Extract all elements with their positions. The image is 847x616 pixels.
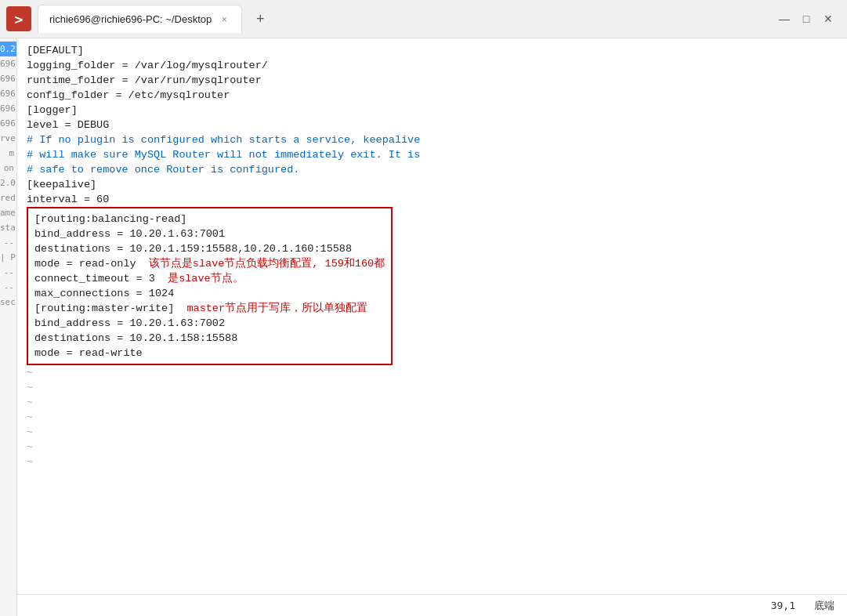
editor-line: # If no plugin is configured which start… xyxy=(27,132,838,147)
sidebar-line: 696 xyxy=(0,71,16,86)
window-controls: — □ ✕ xyxy=(778,13,841,25)
editor-line: max_connections = 1024 xyxy=(34,286,385,301)
sidebar-line: | P xyxy=(0,250,16,265)
sidebar-line: m xyxy=(0,146,16,161)
editor-line-tilde: ~ xyxy=(27,440,838,455)
editor-line: connect_timeout = 3 是slave节点。 xyxy=(34,271,385,286)
sidebar-line: -- xyxy=(0,280,16,295)
sidebar-line-highlight: 0.2 xyxy=(0,42,16,56)
tab-label: richie696@richie696-PC: ~/Desktop xyxy=(49,13,212,25)
sidebar-line: 2.0 xyxy=(0,176,16,190)
sidebar-line: 696 xyxy=(0,101,16,116)
sidebar-line: 696 xyxy=(0,86,16,101)
sidebar-line: 696 xyxy=(0,56,16,71)
editor-line: level = DEBUG xyxy=(27,118,838,132)
editor-mode: 底端 xyxy=(814,599,834,613)
sidebar-line: 696 xyxy=(0,116,16,131)
editor-content: [DEFAULT] logging_folder = /var/log/mysq… xyxy=(17,38,847,616)
editor-line: mode = read-write xyxy=(34,346,385,361)
editor-line-tilde: ~ xyxy=(27,425,838,440)
tab-close-button[interactable]: × xyxy=(218,13,230,26)
titlebar: richie696@richie696-PC: ~/Desktop × + — … xyxy=(0,0,847,38)
editor-line-tilde: ~ xyxy=(27,365,838,380)
editor-line: destinations = 10.20.1.158:15588 xyxy=(34,331,385,346)
statusbar: 39,1 底端 xyxy=(17,594,847,616)
editor-line: interval = 60 xyxy=(27,192,838,207)
app-logo xyxy=(6,6,31,31)
close-button[interactable]: ✕ xyxy=(822,13,834,25)
editor-line: destinations = 10.20.1.159:15588,10.20.1… xyxy=(34,241,385,256)
sidebar-line: -- xyxy=(0,265,16,280)
editor-line: # safe to remove once Router is configur… xyxy=(27,162,838,177)
active-tab[interactable]: richie696@richie696-PC: ~/Desktop × xyxy=(38,5,242,33)
editor-line-tilde: ~ xyxy=(27,395,838,410)
new-tab-button[interactable]: + xyxy=(248,7,272,31)
editor-line: [routing:balancing-read] xyxy=(34,212,385,226)
editor-text-area[interactable]: [DEFAULT] logging_folder = /var/log/mysq… xyxy=(17,38,847,594)
sidebar-line: sta xyxy=(0,220,16,235)
sidebar-line: rve xyxy=(0,131,16,146)
sidebar-line: -- xyxy=(0,235,16,250)
editor-line-tilde: ~ xyxy=(27,455,838,469)
editor-line: [logger] xyxy=(27,103,838,118)
maximize-button[interactable]: □ xyxy=(800,13,813,25)
cursor-position: 39,1 xyxy=(771,600,795,611)
sidebar-line: sec xyxy=(0,295,16,310)
editor-line: mode = read-only 该节点是slave节点负载均衡配置, 159和… xyxy=(34,256,385,271)
sidebar-line: red xyxy=(0,190,16,205)
editor-line-tilde: ~ xyxy=(27,380,838,395)
minimize-button[interactable]: — xyxy=(778,13,791,25)
editor-line: [routing:master-write] master节点用于写库，所以单独… xyxy=(34,301,385,316)
editor-line-tilde: ~ xyxy=(27,410,838,425)
sidebar-line: on xyxy=(0,161,16,176)
editor-line: bind_address = 10.20.1.63:7002 xyxy=(34,316,385,331)
terminal-window: 0.2 696 696 696 696 696 rve m on 2.0 red… xyxy=(0,38,847,616)
editor-line: # will make sure MySQL Router will not i… xyxy=(27,147,838,162)
editor-line: [keepalive] xyxy=(27,177,838,192)
editor-line: logging_folder = /var/log/mysqlrouter/ xyxy=(27,58,838,73)
sidebar-line: ame xyxy=(0,205,16,220)
editor-line: [DEFAULT] xyxy=(27,43,838,58)
line-number-sidebar: 0.2 696 696 696 696 696 rve m on 2.0 red… xyxy=(0,38,17,616)
editor-line: runtime_folder = /var/run/mysqlrouter xyxy=(27,73,838,88)
editor-line: bind_address = 10.20.1.63:7001 xyxy=(34,226,385,241)
editor-line: config_folder = /etc/mysqlrouter xyxy=(27,88,838,103)
